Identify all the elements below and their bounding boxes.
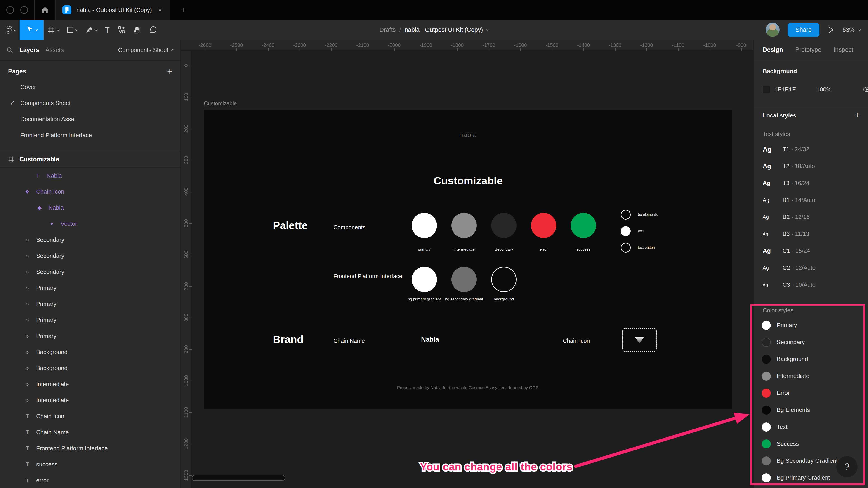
shape-tool-button[interactable] [63,20,82,40]
comment-tool-button[interactable] [145,20,161,40]
page-item[interactable]: Documentation Asset [0,111,180,127]
file-title[interactable]: nabla - Outpost UI Kit (Copy) [405,26,483,33]
hand-tool-button[interactable] [129,20,145,40]
close-tab-icon[interactable]: × [157,6,163,13]
file-tab[interactable]: nabla - Outpost UI Kit (Copy) × [56,0,170,20]
present-button[interactable] [828,26,834,34]
fpi-swatch[interactable]: bg primary gradient [412,267,437,302]
ruler-tick: -900 [725,40,753,51]
layer-row[interactable]: ○ Secondary [0,264,180,280]
zoom-control[interactable]: 63% [842,26,860,33]
palette-swatch[interactable]: Secondary [491,213,517,252]
text-style-row[interactable]: Ag B2 · 12/16 [754,208,868,225]
visibility-eye-icon[interactable] [863,87,868,92]
layer-row[interactable]: ○ Secondary [0,232,180,248]
tab-inspect[interactable]: Inspect [834,46,853,53]
chain-icon-placeholder[interactable] [622,328,657,352]
share-button[interactable]: Share [788,23,819,37]
layer-row[interactable]: T error [0,473,180,488]
avatar[interactable] [766,23,780,37]
home-button[interactable] [35,0,55,20]
ruler-tick: -1900 [410,40,442,51]
text-style-row[interactable]: Ag T1 · 24/32 [754,141,868,158]
horizontal-scrollbar[interactable] [192,475,285,481]
background-color-swatch[interactable] [763,86,770,93]
layer-row[interactable]: T Frontend Platform Interface [0,440,180,456]
text-style-row[interactable]: Ag T2 · 18/Auto [754,158,868,175]
color-style-row[interactable]: Success [754,435,868,452]
help-button[interactable]: ? [836,456,858,477]
resources-tool-button[interactable] [114,20,129,40]
page-item[interactable]: Cover [0,79,180,95]
page-item[interactable]: Frontend Platform Interface [0,127,180,143]
layer-row[interactable]: ▾ Vector [0,216,180,232]
color-style-row[interactable]: Intermediate [754,367,868,385]
layer-row[interactable]: ○ Primary [0,280,180,296]
layer-row[interactable]: ○ Intermediate [0,392,180,408]
move-tool-button[interactable] [20,20,43,40]
layer-row[interactable]: T Chain Icon [0,408,180,424]
text-tool-button[interactable]: T [101,20,114,40]
background-color-row[interactable]: 1E1E1E 100% [763,86,868,93]
chevron-down-icon[interactable] [487,28,489,31]
frame-canvas-label[interactable]: Customizable [204,100,237,107]
main-menu-button[interactable] [0,20,20,40]
page-selector[interactable]: Components Sheet [118,46,174,54]
palette-swatch[interactable]: error [531,213,556,252]
text-style-row[interactable]: Ag B3 · 11/13 [754,225,868,242]
color-style-row[interactable]: Primary [754,317,868,334]
color-style-swatch [762,321,771,330]
background-hex-value[interactable]: 1E1E1E [774,86,804,93]
layer-row[interactable]: T Nabla [0,168,180,184]
page-item[interactable]: ✓ Components Sheet [0,95,180,111]
text-style-row[interactable]: Ag B1 · 14/Auto [754,192,868,208]
palette-swatch[interactable]: primary [412,213,437,252]
layer-row[interactable]: T Chain Name [0,424,180,440]
canvas[interactable]: -2600-2500-2400-2300-2200-2100-2000-1900… [181,40,753,488]
layer-row[interactable]: ○ Intermediate [0,376,180,392]
window-control-2[interactable] [20,6,28,14]
layer-row[interactable]: ○ Background [0,344,180,360]
tab-design[interactable]: Design [763,46,783,53]
chain-name-value[interactable]: Nabla [421,336,439,343]
frame-tool-button[interactable] [43,20,63,40]
tab-assets[interactable]: Assets [45,46,64,54]
tab-prototype[interactable]: Prototype [795,46,822,53]
text-style-row[interactable]: Ag C3 · 10/Auto [754,276,868,293]
fpi-swatch[interactable]: bg secondary gradient [452,267,477,302]
layer-row[interactable]: ○ Primary [0,312,180,328]
tab-layers[interactable]: Layers [20,46,39,54]
layer-row[interactable]: ○ Primary [0,328,180,344]
mini-swatch[interactable]: bg elements [621,210,657,220]
search-icon[interactable] [6,46,13,53]
layer-row[interactable]: T success [0,456,180,473]
fpi-swatch[interactable]: background [491,267,517,302]
text-style-row[interactable]: Ag C1 · 15/24 [754,242,868,259]
frame-header-row[interactable]: Customizable [0,151,180,168]
breadcrumb[interactable]: Drafts / nabla - Outpost UI Kit (Copy) [379,20,489,40]
add-page-button[interactable]: + [167,67,172,76]
add-style-button[interactable]: + [855,110,860,120]
color-style-row[interactable]: Bg Elements [754,401,868,418]
mini-swatch[interactable]: text button [621,242,657,253]
breadcrumb-location[interactable]: Drafts [379,26,396,33]
color-style-row[interactable]: Error [754,385,868,401]
color-style-row[interactable]: Background [754,351,868,367]
layer-row[interactable]: ○ Secondary [0,248,180,264]
background-opacity-value[interactable]: 100% [816,86,832,93]
layer-row[interactable]: ○ Primary [0,296,180,312]
palette-swatch[interactable]: intermediate [452,213,477,252]
layer-row[interactable]: ◆ Nabla [0,200,180,216]
palette-swatch[interactable]: success [571,213,596,252]
window-control-1[interactable] [6,6,14,14]
new-tab-button[interactable]: + [180,5,186,15]
color-style-row[interactable]: Text [754,418,868,435]
layer-row[interactable]: ○ Background [0,360,180,376]
layer-row[interactable]: ❖ Chain Icon [0,184,180,200]
customizable-frame[interactable]: nabla Customizable Palette Components pr… [204,110,733,410]
text-style-row[interactable]: Ag T3 · 16/24 [754,175,868,192]
text-style-row[interactable]: Ag C2 · 12/Auto [754,259,868,276]
pen-tool-button[interactable] [82,20,101,40]
mini-swatch[interactable]: text [621,226,657,236]
color-style-row[interactable]: Secondary [754,334,868,351]
